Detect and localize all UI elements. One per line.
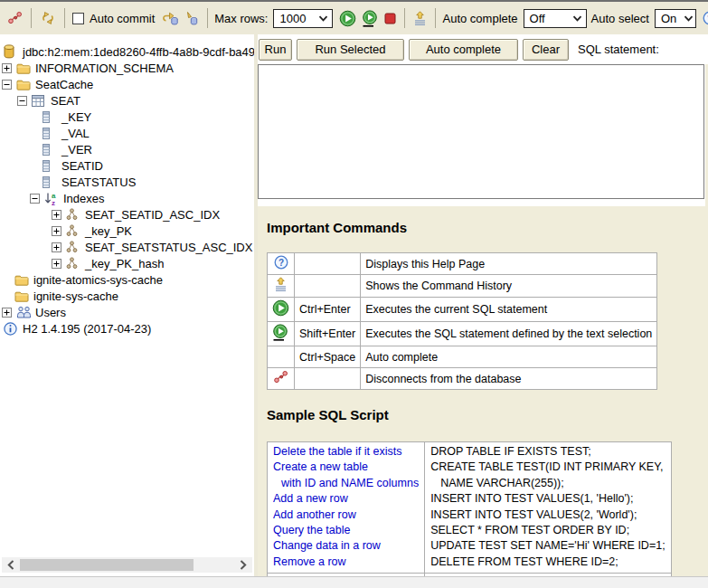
- tree-item-label[interactable]: SeatCache: [35, 78, 93, 91]
- expand-icon[interactable]: [2, 63, 12, 73]
- tree-item-seatid[interactable]: SEATID: [0, 157, 254, 174]
- run-selected-button[interactable]: Run Selected: [297, 39, 404, 61]
- tree-item-ignite-atomics-sys-cache[interactable]: ignite-atomics-sys-cache: [0, 271, 254, 288]
- database-tree: jdbc:h2:mem:1ded8260-4ffb-4a8b-9cdf-ba49…: [0, 43, 254, 337]
- tree-item-label[interactable]: INFORMATION_SCHEMA: [35, 62, 174, 75]
- auto-complete-button[interactable]: Auto complete: [409, 39, 518, 61]
- collapse-icon[interactable]: [17, 96, 27, 106]
- tree-item-val[interactable]: _VAL: [0, 125, 254, 141]
- tree-item-label[interactable]: SEATSTATUS: [61, 175, 136, 189]
- auto-complete-select[interactable]: Off: [524, 9, 587, 28]
- toolbar-separator: [64, 8, 65, 28]
- auto-select-select[interactable]: On: [655, 9, 696, 28]
- h2-console-window: Auto commit Max rows: 1000 Auto complete…: [0, 0, 708, 588]
- tree-item-users[interactable]: Users: [0, 304, 254, 320]
- tree-item-label[interactable]: SEATID: [61, 159, 103, 173]
- sample-sql-title: Sample SQL Script: [267, 407, 708, 422]
- column-icon: [42, 176, 58, 188]
- tree-item-label[interactable]: ignite-atomics-sys-cache: [33, 273, 163, 287]
- sample-link-query-the-table[interactable]: Query the table: [273, 523, 419, 538]
- sample-sql-line: CREATE TABLE TEST(ID INT PRIMARY KEY,: [430, 460, 665, 475]
- expand-icon[interactable]: [52, 242, 61, 252]
- folder-icon: [14, 274, 30, 286]
- run-button[interactable]: Run: [259, 39, 292, 61]
- tree-item-key-pk[interactable]: _key_PK: [0, 223, 254, 239]
- sample-link-add-a-new-row[interactable]: Add a new row: [273, 491, 419, 507]
- tree-item-information-schema[interactable]: INFORMATION_SCHEMA: [0, 60, 254, 76]
- index-icon: [66, 224, 81, 237]
- tree-item-label[interactable]: _VAL: [61, 127, 90, 140]
- shortcut-key: [295, 253, 361, 275]
- tree-item-label[interactable]: H2 1.4.195 (2017-04-23): [23, 322, 151, 336]
- run-icon[interactable]: [339, 10, 356, 27]
- tree-item-label[interactable]: jdbc:h2:mem:1ded8260-4ffb-4a8b-9cdf-ba49…: [23, 45, 254, 59]
- sample-link-change-data-in-a-row[interactable]: Change data in a row: [273, 538, 419, 554]
- run-selected-icon: [272, 324, 289, 341]
- expand-icon[interactable]: [2, 308, 12, 318]
- tree-item-seat[interactable]: SEAT: [0, 92, 254, 109]
- tree-item-label[interactable]: _KEY: [61, 110, 91, 124]
- collapse-icon[interactable]: [2, 80, 12, 90]
- database-tree-panel: jdbc:h2:mem:1ded8260-4ffb-4a8b-9cdf-ba49…: [0, 34, 254, 576]
- expand-icon[interactable]: [52, 226, 61, 236]
- tree-item-key[interactable]: _KEY: [0, 109, 254, 125]
- tree-item-seat-seatid-asc-idx[interactable]: SEAT_SEATID_ASC_IDX: [0, 206, 254, 223]
- commit-icon[interactable]: [161, 11, 179, 26]
- expand-icon[interactable]: [52, 210, 61, 220]
- folder-icon: [16, 79, 32, 90]
- sample-link-delete-the-table-if-it-exists[interactable]: Delete the table if it exists: [273, 444, 419, 460]
- sql-input[interactable]: [258, 64, 704, 199]
- rollback-icon[interactable]: [184, 11, 199, 26]
- history-icon[interactable]: [413, 11, 427, 26]
- help-icon[interactable]: ?: [703, 11, 708, 25]
- auto-commit-checkbox[interactable]: [72, 13, 84, 24]
- refresh-icon[interactable]: [40, 11, 56, 25]
- max-rows-select[interactable]: 1000: [273, 9, 333, 28]
- tree-item-label[interactable]: Indexes: [63, 192, 105, 205]
- database-icon: [4, 44, 19, 59]
- stop-icon[interactable]: [384, 13, 396, 24]
- svg-text:?: ?: [278, 258, 283, 268]
- tree-item-label[interactable]: SEAT_SEATID_ASC_IDX: [85, 208, 220, 222]
- tree-item-seat-seatstatus-asc-idx[interactable]: SEAT_SEATSTATUS_ASC_IDX: [0, 239, 254, 255]
- disconnect-icon[interactable]: [7, 11, 23, 25]
- sample-link-remove-a-row[interactable]: Remove a row: [273, 555, 419, 570]
- tree-item-label[interactable]: Users: [35, 306, 66, 319]
- clear-button[interactable]: Clear: [523, 39, 569, 61]
- run-selected-icon[interactable]: [362, 10, 379, 27]
- tree-item-label[interactable]: _VER: [61, 143, 92, 156]
- help-panel: Important Commands ?Displays this Help P…: [258, 206, 708, 576]
- scroll-left-icon[interactable]: [2, 557, 20, 573]
- shortcut-key: Ctrl+Enter: [295, 298, 361, 322]
- sample-link-create-a-new-table[interactable]: Create a new table: [273, 460, 419, 475]
- column-icon: [42, 128, 58, 139]
- horizontal-scrollbar[interactable]: [2, 557, 252, 573]
- expand-icon[interactable]: [52, 259, 61, 269]
- sample-sql-cell: DROP TABLE IF EXISTS TEST;CREATE TABLE T…: [425, 442, 671, 574]
- sample-link-add-another-row[interactable]: Add another row: [273, 507, 419, 523]
- tree-item-label[interactable]: SEAT_SEATSTATUS_ASC_IDX: [85, 241, 252, 254]
- command-description: Shows the Command History: [361, 275, 657, 298]
- tree-item-seatstatus[interactable]: SEATSTATUS: [0, 174, 254, 190]
- tree-item-ver[interactable]: _VER: [0, 141, 254, 157]
- scroll-right-icon[interactable]: [234, 557, 252, 573]
- tree-item-jdbc-h2-mem-1ded8260-4ffb-4a8b-9cdf-ba49[interactable]: jdbc:h2:mem:1ded8260-4ffb-4a8b-9cdf-ba49…: [0, 43, 254, 60]
- tree-item-label[interactable]: _key_PK: [85, 224, 132, 238]
- tree-item-label[interactable]: ignite-sys-cache: [33, 289, 118, 303]
- shortcut-key: [295, 275, 361, 298]
- tree-item-label[interactable]: _key_PK_hash: [85, 257, 164, 270]
- tree-item-label[interactable]: SEAT: [51, 94, 80, 108]
- tree-item-indexes[interactable]: azIndexes: [0, 190, 254, 206]
- tree-item-ignite-sys-cache[interactable]: ignite-sys-cache: [0, 288, 254, 304]
- scrollbar-thumb[interactable]: [20, 559, 194, 571]
- shortcut-key: Ctrl+Space: [295, 346, 361, 368]
- tree-item-key-pk-hash[interactable]: _key_PK_hash: [0, 255, 254, 271]
- index-icon: [66, 241, 81, 253]
- scrollbar-track[interactable]: [20, 557, 234, 573]
- tree-item-seatcache[interactable]: SeatCache: [0, 76, 254, 92]
- command-row: Shift+EnterExecutes the SQL statement de…: [268, 322, 657, 346]
- sample-link-with-id-and-name-columns[interactable]: with ID and NAME columns: [273, 476, 419, 491]
- collapse-icon[interactable]: [30, 194, 40, 204]
- tree-item-h2-1-4-195-2017-04-23[interactable]: H2 1.4.195 (2017-04-23): [0, 320, 254, 337]
- shortcut-key: [295, 368, 361, 390]
